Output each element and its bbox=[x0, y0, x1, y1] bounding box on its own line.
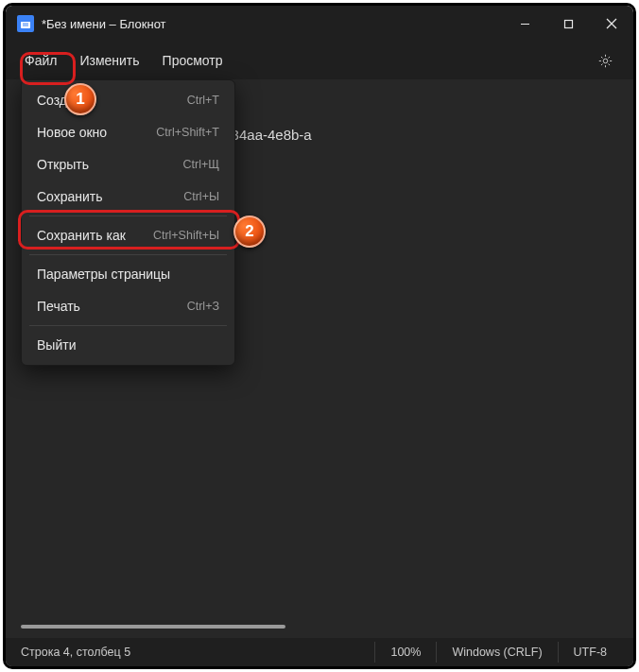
menu-item-shortcut: Ctrl+Shift+T bbox=[156, 126, 219, 139]
svg-rect-5 bbox=[564, 20, 572, 27]
file-menu-dropdown: Создать Ctrl+T Новое окно Ctrl+Shift+T О… bbox=[21, 79, 235, 366]
close-button[interactable] bbox=[590, 6, 633, 42]
menu-item-label: Сохранить bbox=[37, 189, 183, 204]
menu-item-save[interactable]: Сохранить Ctrl+Ы bbox=[26, 181, 231, 213]
menu-item-label: Сохранить как bbox=[37, 228, 153, 243]
window-title: *Без имени – Блокнот bbox=[42, 17, 166, 31]
maximize-button[interactable] bbox=[546, 6, 590, 42]
menu-item-label: Параметры страницы bbox=[37, 267, 219, 282]
menu-item-label: Новое окно bbox=[37, 125, 156, 140]
notepad-icon bbox=[17, 15, 34, 32]
svg-rect-1 bbox=[21, 19, 30, 22]
menu-item-label: Открыть bbox=[37, 157, 183, 172]
title-bar: *Без имени – Блокнот bbox=[6, 6, 633, 42]
menu-separator bbox=[29, 215, 227, 216]
menu-item-shortcut: Ctrl+Щ bbox=[183, 158, 219, 171]
menu-item-new-window[interactable]: Новое окно Ctrl+Shift+T bbox=[26, 116, 231, 148]
menu-file[interactable]: Файл bbox=[13, 47, 68, 74]
menu-item-new[interactable]: Создать Ctrl+T bbox=[26, 84, 231, 116]
menu-bar: Файл Изменить Просмотр bbox=[6, 42, 633, 79]
menu-separator bbox=[29, 254, 227, 255]
menu-item-print[interactable]: Печать Ctrl+З bbox=[26, 290, 231, 322]
annotation-badge-1: 1 bbox=[64, 83, 96, 115]
menu-item-label: Создать bbox=[37, 93, 187, 108]
menu-view[interactable]: Просмотр bbox=[151, 47, 234, 74]
menu-item-shortcut: Ctrl+З bbox=[187, 300, 219, 313]
menu-item-exit[interactable]: Выйти bbox=[26, 329, 231, 361]
menu-item-open[interactable]: Открыть Ctrl+Щ bbox=[26, 148, 231, 181]
menu-separator bbox=[29, 325, 227, 326]
menu-edit[interactable]: Изменить bbox=[68, 47, 150, 74]
menu-item-label: Выйти bbox=[37, 337, 219, 353]
horizontal-scrollbar[interactable] bbox=[21, 625, 285, 629]
menu-item-shortcut: Ctrl+Shift+Ы bbox=[153, 229, 219, 242]
settings-button[interactable] bbox=[588, 43, 622, 78]
menu-item-shortcut: Ctrl+T bbox=[187, 94, 219, 107]
menu-item-shortcut: Ctrl+Ы bbox=[183, 190, 219, 203]
annotation-badge-2: 2 bbox=[233, 215, 266, 248]
status-position: Строка 4, столбец 5 bbox=[17, 642, 146, 663]
svg-point-8 bbox=[603, 59, 608, 63]
status-bar: Строка 4, столбец 5 100% Windows (CRLF) … bbox=[6, 638, 633, 666]
minimize-button[interactable] bbox=[503, 6, 546, 42]
status-encoding[interactable]: UTF-8 bbox=[558, 642, 622, 663]
menu-item-save-as[interactable]: Сохранить как Ctrl+Shift+Ы bbox=[26, 219, 231, 251]
menu-item-page-setup[interactable]: Параметры страницы bbox=[26, 258, 231, 290]
status-zoom[interactable]: 100% bbox=[374, 642, 436, 663]
status-eol[interactable]: Windows (CRLF) bbox=[436, 642, 557, 663]
menu-item-label: Печать bbox=[37, 299, 187, 314]
